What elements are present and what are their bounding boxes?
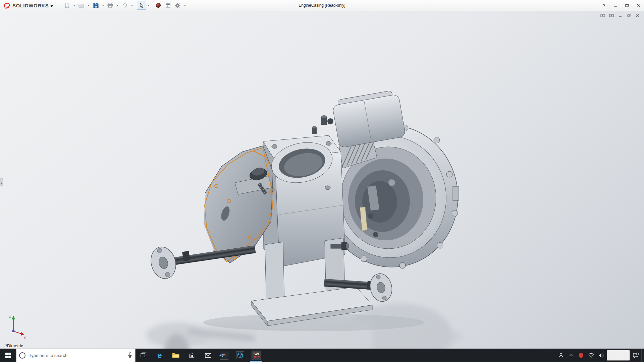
graphics-area[interactable]: Y X *Dimetric [0, 11, 644, 349]
standard-toolbar: ▾ ▾ ▾ [62, 1, 187, 10]
solidworks-emblem-icon [3, 2, 11, 9]
file-explorer-icon [172, 352, 179, 358]
file-properties-button[interactable] [163, 1, 173, 10]
close-icon [636, 3, 640, 7]
antivirus-tray-button[interactable] [577, 349, 585, 362]
print-button[interactable] [106, 1, 115, 10]
solidworks-window: SOLIDWORKS ▶ ▾ ▾ [0, 0, 644, 362]
cortana-icon [19, 352, 25, 359]
window-controls: ? [598, 0, 644, 11]
clock-date: 7/13/2018 [610, 355, 627, 360]
solidworks-app-icon: SW 2017 [252, 351, 261, 360]
new-document-icon [64, 3, 70, 8]
maximize-icon [625, 3, 629, 7]
taskbar-app-store[interactable] [184, 349, 200, 362]
close-button[interactable] [633, 0, 644, 11]
people-button[interactable] [556, 349, 565, 362]
command-prompt-icon: &gt;_ [220, 351, 228, 360]
clock-time: 11:55 AM [611, 351, 626, 355]
search-input[interactable] [28, 353, 125, 358]
taskbar-app-solidworks[interactable]: SW 2017 [248, 349, 264, 362]
show-hidden-icons-button[interactable] [567, 349, 575, 362]
system-tray: 11:55 AM 7/13/2018 [556, 349, 644, 362]
task-view-button[interactable] [136, 349, 152, 362]
help-button[interactable]: ? [598, 0, 610, 11]
doc-restore-icon [627, 13, 631, 17]
taskbar-app-edge[interactable]: e [152, 349, 168, 362]
print-dropdown[interactable]: ▾ [115, 1, 120, 10]
open-dropdown[interactable]: ▾ [87, 1, 91, 10]
menu-expand-arrow[interactable]: ▶ [50, 3, 56, 8]
file-properties-icon [165, 3, 171, 8]
doc-close-button[interactable] [635, 13, 641, 18]
windows-logo-icon [5, 353, 11, 358]
volume-tray-button[interactable] [597, 349, 605, 362]
doc-window-icon-a[interactable] [600, 13, 606, 18]
taskbar-app-file-explorer[interactable] [168, 349, 184, 362]
task-view-icon [141, 352, 147, 358]
gear-icon [175, 3, 180, 8]
edge-icon: e [157, 351, 162, 359]
appearance-button[interactable] [154, 1, 163, 10]
new-document-button[interactable] [62, 1, 72, 10]
view-orientation-label: *Dimetric [5, 343, 23, 348]
taskbar-clock[interactable]: 11:55 AM 7/13/2018 [607, 350, 630, 361]
solidworks-logo: SOLIDWORKS [0, 2, 50, 9]
doc-minimize-icon [618, 13, 622, 17]
select-cursor-icon [139, 3, 144, 8]
start-button[interactable] [0, 349, 16, 362]
axis-x-label: X [23, 336, 26, 340]
orientation-triad: Y X [9, 316, 26, 340]
minimize-button[interactable] [610, 0, 621, 11]
undo-button[interactable] [120, 1, 129, 10]
store-icon [189, 352, 195, 358]
shield-icon [579, 353, 583, 358]
select-tool-dropdown[interactable]: ▾ [147, 1, 151, 10]
appearance-sphere-icon [156, 3, 161, 8]
doc-close-icon [636, 13, 640, 17]
maximize-button[interactable] [621, 0, 633, 11]
taskbar-app-3d-tool[interactable] [232, 349, 248, 362]
network-tray-button[interactable] [587, 349, 595, 362]
print-icon [107, 3, 113, 8]
brand-text: SOLIDWORKS [12, 3, 49, 8]
doc-restore-button[interactable] [626, 13, 632, 18]
document-window-controls [600, 13, 641, 18]
save-button[interactable] [91, 1, 101, 10]
select-tool-button[interactable] [137, 1, 146, 10]
support-rod-left [148, 244, 256, 281]
speaker-icon [598, 353, 604, 358]
top-bolts [312, 115, 333, 134]
window-right-icon [609, 13, 614, 17]
wifi-icon [588, 353, 594, 358]
action-center-icon [633, 353, 639, 358]
options-button[interactable] [173, 1, 182, 10]
microphone-icon[interactable] [128, 352, 132, 358]
open-button[interactable] [77, 1, 86, 10]
doc-window-icon-b[interactable] [608, 13, 614, 18]
save-dropdown[interactable]: ▾ [101, 1, 105, 10]
axis-y-label: Y [9, 316, 11, 320]
windows-taskbar: e &gt;_ [0, 349, 644, 362]
new-document-dropdown[interactable]: ▾ [72, 1, 76, 10]
options-dropdown[interactable]: ▾ [183, 1, 187, 10]
doc-minimize-button[interactable] [617, 13, 623, 18]
undo-dropdown[interactable]: ▾ [130, 1, 134, 10]
people-icon [558, 353, 564, 358]
taskbar-app-mail[interactable] [200, 349, 216, 362]
minimize-icon [613, 3, 618, 7]
engine-casing-model[interactable]: Y X [0, 11, 644, 349]
show-desktop-button[interactable] [641, 349, 643, 362]
window-left-icon [600, 13, 605, 17]
undo-icon [122, 3, 127, 8]
taskbar-app-command-prompt[interactable]: &gt;_ [216, 349, 232, 362]
document-title: EngineCasing [Read-only] [299, 3, 345, 8]
action-center-button[interactable] [631, 349, 640, 362]
taskbar-search[interactable] [16, 349, 136, 362]
chevron-up-icon [569, 354, 573, 357]
cube-app-icon [236, 351, 244, 359]
open-folder-icon [78, 3, 84, 8]
save-icon [93, 3, 99, 8]
titlebar: SOLIDWORKS ▶ ▾ ▾ [0, 0, 644, 11]
panel-flyout-tab[interactable] [0, 178, 3, 186]
